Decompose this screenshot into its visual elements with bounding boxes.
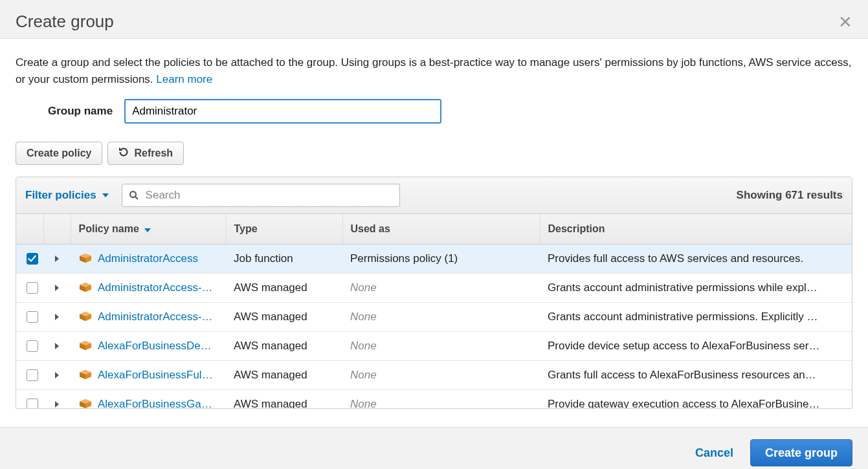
table-scroll[interactable]: Policy name Type Used as Description Adm… bbox=[16, 214, 852, 408]
policy-type-cell: AWS managed bbox=[226, 390, 342, 409]
policy-type-cell: AWS managed bbox=[226, 361, 342, 390]
policy-name-link[interactable]: AlexaForBusinessFull… bbox=[98, 369, 214, 382]
modal-header: Create group ✕ bbox=[0, 0, 868, 39]
create-policy-button[interactable]: Create policy bbox=[16, 142, 102, 165]
row-checkbox[interactable] bbox=[27, 398, 38, 408]
policies-table: Policy name Type Used as Description Adm… bbox=[16, 214, 852, 408]
policy-used-as-cell: None bbox=[342, 332, 540, 361]
expand-caret-icon[interactable] bbox=[55, 285, 59, 291]
table-row: AlexaForBusinessGat…AWS managedNoneProvi… bbox=[16, 390, 852, 409]
row-checkbox[interactable] bbox=[27, 282, 38, 294]
col-policy-name-header[interactable]: Policy name bbox=[71, 214, 226, 245]
results-count: Showing 671 results bbox=[737, 189, 843, 202]
row-checkbox[interactable] bbox=[27, 369, 38, 381]
policy-description-cell: Provides full access to AWS services and… bbox=[540, 245, 852, 274]
modal-title: Create group bbox=[16, 12, 114, 32]
row-checkbox-cell bbox=[16, 303, 43, 332]
policy-name-cell: AlexaForBusinessDe… bbox=[71, 332, 226, 361]
table-row: AdministratorAccessJob functionPermissio… bbox=[16, 245, 852, 274]
search-icon bbox=[129, 190, 139, 201]
modal-footer: Cancel Create group bbox=[0, 427, 868, 469]
policy-name-cell: AdministratorAccess bbox=[71, 245, 226, 274]
create-group-modal: Create group ✕ Create a group and select… bbox=[0, 0, 868, 469]
refresh-button[interactable]: Refresh bbox=[107, 142, 184, 165]
row-checkbox[interactable] bbox=[27, 340, 38, 352]
policy-used-as-cell: Permissions policy (1) bbox=[342, 245, 540, 274]
group-name-input[interactable] bbox=[124, 99, 441, 124]
intro-text-content: Create a group and select the policies t… bbox=[16, 56, 852, 85]
row-expand-cell bbox=[43, 245, 71, 274]
table-row: AdministratorAccess-…AWS managedNoneGran… bbox=[16, 303, 852, 332]
policy-name-link[interactable]: AdministratorAccess-… bbox=[98, 311, 213, 323]
refresh-label: Refresh bbox=[134, 147, 173, 159]
policy-name-cell: AlexaForBusinessFull… bbox=[71, 361, 226, 390]
table-row: AdministratorAccess-…AWS managedNoneGran… bbox=[16, 274, 852, 303]
refresh-icon bbox=[118, 147, 129, 160]
svg-line-1 bbox=[135, 197, 138, 199]
policy-action-row: Create policy Refresh bbox=[16, 142, 852, 165]
policy-name-link[interactable]: AdministratorAccess-… bbox=[98, 281, 213, 294]
col-type-header[interactable]: Type bbox=[226, 214, 342, 245]
policy-description-cell: Provide gateway execution access to Alex… bbox=[540, 390, 852, 409]
policy-description-cell: Grants full access to AlexaForBusiness r… bbox=[540, 361, 852, 390]
table-body: AdministratorAccessJob functionPermissio… bbox=[16, 245, 852, 409]
row-checkbox[interactable] bbox=[27, 311, 38, 323]
policy-used-as-cell: None bbox=[342, 274, 540, 303]
col-checkbox-header bbox=[16, 214, 43, 245]
expand-caret-icon[interactable] bbox=[55, 372, 59, 378]
policy-description-cell: Grants account administrative permission… bbox=[540, 274, 852, 303]
row-checkbox-cell bbox=[16, 390, 43, 409]
row-expand-cell bbox=[43, 332, 71, 361]
policy-used-as-cell: None bbox=[342, 390, 540, 409]
learn-more-link[interactable]: Learn more bbox=[156, 73, 212, 85]
row-checkbox[interactable] bbox=[27, 253, 38, 265]
policy-used-as-cell: None bbox=[342, 361, 540, 390]
filter-policies-label: Filter policies bbox=[25, 189, 96, 202]
policy-name-link[interactable]: AlexaForBusinessDe… bbox=[98, 340, 212, 353]
policy-name-link[interactable]: AdministratorAccess bbox=[98, 252, 198, 265]
policy-name-cell: AdministratorAccess-… bbox=[71, 274, 226, 303]
modal-body: Create a group and select the policies t… bbox=[0, 39, 868, 427]
row-expand-cell bbox=[43, 361, 71, 390]
policy-type-cell: Job function bbox=[226, 245, 342, 274]
row-checkbox-cell bbox=[16, 361, 43, 390]
row-checkbox-cell bbox=[16, 332, 43, 361]
row-checkbox-cell bbox=[16, 274, 43, 303]
table-toolbar: Filter policies Showing 671 results bbox=[16, 177, 852, 214]
col-description-header[interactable]: Description bbox=[540, 214, 852, 245]
table-header-row: Policy name Type Used as Description bbox=[16, 214, 852, 245]
close-icon[interactable]: ✕ bbox=[838, 14, 852, 30]
expand-caret-icon[interactable] bbox=[55, 256, 59, 262]
policy-type-cell: AWS managed bbox=[226, 332, 342, 361]
intro-text: Create a group and select the policies t… bbox=[16, 54, 852, 87]
create-policy-label: Create policy bbox=[27, 147, 91, 159]
filter-policies-dropdown[interactable]: Filter policies bbox=[25, 189, 109, 202]
row-expand-cell bbox=[43, 274, 71, 303]
expand-caret-icon[interactable] bbox=[55, 343, 59, 349]
policy-type-cell: AWS managed bbox=[226, 303, 342, 332]
svg-point-0 bbox=[130, 191, 136, 197]
table-row: AlexaForBusinessFull…AWS managedNoneGran… bbox=[16, 361, 852, 390]
row-expand-cell bbox=[43, 390, 71, 409]
group-name-row: Group name bbox=[48, 99, 852, 124]
policies-table-wrap: Filter policies Showing 671 results bbox=[16, 177, 852, 409]
col-used-as-header[interactable]: Used as bbox=[342, 214, 540, 245]
row-expand-cell bbox=[43, 303, 71, 332]
col-expand-header bbox=[43, 214, 71, 245]
policy-name-cell: AlexaForBusinessGat… bbox=[71, 390, 226, 409]
policy-type-cell: AWS managed bbox=[226, 274, 342, 303]
cancel-button[interactable]: Cancel bbox=[693, 441, 736, 465]
expand-caret-icon[interactable] bbox=[55, 401, 59, 408]
expand-caret-icon[interactable] bbox=[55, 314, 59, 320]
policy-name-link[interactable]: AlexaForBusinessGat… bbox=[98, 398, 214, 408]
table-row: AlexaForBusinessDe…AWS managedNoneProvid… bbox=[16, 332, 852, 361]
search-input[interactable] bbox=[144, 188, 393, 202]
policy-name-cell: AdministratorAccess-… bbox=[71, 303, 226, 332]
search-wrap bbox=[122, 184, 400, 207]
row-checkbox-cell bbox=[16, 245, 43, 274]
policy-description-cell: Grants account administrative permission… bbox=[540, 303, 852, 332]
group-name-label: Group name bbox=[48, 105, 113, 118]
policy-used-as-cell: None bbox=[342, 303, 540, 332]
create-group-button[interactable]: Create group bbox=[750, 439, 852, 466]
policy-description-cell: Provide device setup access to AlexaForB… bbox=[540, 332, 852, 361]
